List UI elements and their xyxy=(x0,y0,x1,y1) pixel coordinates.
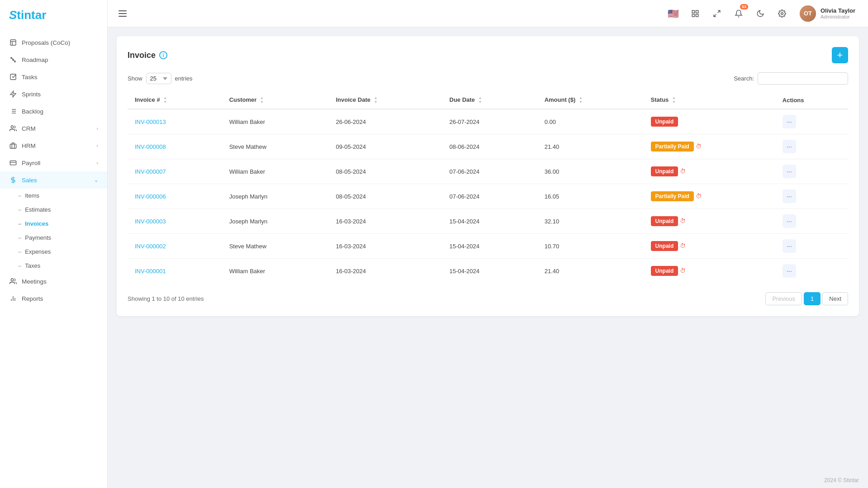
cell-amount: 21.40 xyxy=(537,134,644,159)
add-invoice-button[interactable]: + xyxy=(832,47,848,63)
cell-status: Unpaid ⏱ xyxy=(644,259,775,284)
sidebar-item-backlog[interactable]: Backlog xyxy=(0,103,107,120)
notifications-button[interactable]: 53 xyxy=(731,6,746,21)
entries-per-page-select[interactable]: 10 25 50 100 xyxy=(146,73,171,84)
row-actions-button[interactable]: ··· xyxy=(783,190,796,203)
payroll-icon xyxy=(9,159,17,167)
table-header-row: Invoice # ▲▼ Customer ▲▼ Invoice Date ▲▼ xyxy=(128,92,848,109)
sidebar-item-reports[interactable]: Reports xyxy=(0,290,107,307)
cell-status: Unpaid ⏱ xyxy=(644,234,775,259)
svg-line-6 xyxy=(11,58,13,59)
cell-actions: ··· xyxy=(775,159,848,184)
cell-actions: ··· xyxy=(775,109,848,134)
cell-actions: ··· xyxy=(775,209,848,234)
pagination-controls: Previous 1 Next xyxy=(765,292,848,305)
sidebar-item-invoices[interactable]: Invoices xyxy=(0,217,107,231)
sidebar-item-sprints[interactable]: Sprints xyxy=(0,85,107,103)
sidebar-item-payments[interactable]: Payments xyxy=(0,231,107,245)
sidebar-label-sales: Sales xyxy=(22,177,37,184)
pagination-info: Showing 1 to 10 of 10 entries xyxy=(128,295,204,302)
cell-amount: 0.00 xyxy=(537,109,644,134)
invoice-link[interactable]: INV-000007 xyxy=(135,168,166,175)
sidebar-item-meetings[interactable]: Meetings xyxy=(0,273,107,290)
invoice-link[interactable]: INV-000006 xyxy=(135,193,166,200)
file-icon xyxy=(9,38,17,47)
card-header: Invoice i + xyxy=(128,47,848,63)
tasks-icon xyxy=(9,73,17,81)
svg-point-31 xyxy=(781,12,783,14)
invoice-table: Invoice # ▲▼ Customer ▲▼ Invoice Date ▲▼ xyxy=(128,92,848,283)
sidebar-item-items[interactable]: Items xyxy=(0,189,107,203)
row-actions-button[interactable]: ··· xyxy=(783,140,796,153)
chevron-right-icon-payroll: › xyxy=(96,160,98,166)
info-icon[interactable]: i xyxy=(159,51,167,59)
table-row: INV-000002 Steve Mathew 16-03-2024 15-04… xyxy=(128,234,848,259)
sort-icon-invoice-num[interactable]: ▲▼ xyxy=(163,96,167,104)
sales-icon xyxy=(9,176,17,184)
sidebar-item-proposals[interactable]: Proposals (CoCo) xyxy=(0,34,107,51)
sidebar-item-estimates[interactable]: Estimates xyxy=(0,203,107,217)
apps-icon xyxy=(691,9,699,18)
sidebar-item-sales[interactable]: Sales ⌄ xyxy=(0,171,107,189)
expenses-label: Expenses xyxy=(25,248,51,255)
language-selector[interactable]: 🇺🇸 xyxy=(666,6,681,21)
svg-rect-17 xyxy=(10,144,16,148)
theme-toggle-button[interactable] xyxy=(753,6,768,21)
row-actions-button[interactable]: ··· xyxy=(783,239,796,253)
svg-rect-8 xyxy=(10,74,16,80)
sidebar-item-taxes[interactable]: Taxes xyxy=(0,259,107,273)
user-profile-section[interactable]: OT Olivia Taylor Administrator xyxy=(796,4,859,24)
row-actions-button[interactable]: ··· xyxy=(783,264,796,278)
settings-button[interactable] xyxy=(774,6,790,21)
invoice-link[interactable]: INV-000002 xyxy=(135,243,166,250)
sidebar-item-roadmap[interactable]: Roadmap xyxy=(0,51,107,68)
cell-actions: ··· xyxy=(775,234,848,259)
menu-toggle-button[interactable] xyxy=(117,9,128,19)
sidebar-item-tasks[interactable]: Tasks xyxy=(0,68,107,85)
sidebar-item-payroll[interactable]: Payroll › xyxy=(0,154,107,171)
sort-icon-due-date[interactable]: ▲▼ xyxy=(478,96,482,104)
svg-point-16 xyxy=(11,126,13,128)
row-actions-button[interactable]: ··· xyxy=(783,115,796,128)
cell-invoice-num: INV-000003 xyxy=(128,209,222,234)
reports-icon xyxy=(9,294,17,303)
invoice-link[interactable]: INV-000001 xyxy=(135,268,166,275)
search-input[interactable] xyxy=(758,72,848,85)
notification-count-badge: 53 xyxy=(740,4,748,9)
status-badge: Unpaid xyxy=(651,241,678,251)
logo-text: Stintar xyxy=(9,8,46,22)
roadmap-icon xyxy=(9,56,17,64)
apps-button[interactable] xyxy=(688,6,703,21)
footer: 2024 © Stintar xyxy=(108,473,868,488)
invoice-link[interactable]: INV-000013 xyxy=(135,118,166,125)
clock-icon: ⏱ xyxy=(680,242,686,249)
sidebar-item-hrm[interactable]: HRM › xyxy=(0,137,107,154)
previous-page-button[interactable]: Previous xyxy=(765,292,802,305)
invoice-title: Invoice xyxy=(128,51,156,60)
sort-icon-customer[interactable]: ▲▼ xyxy=(260,96,264,104)
cell-invoice-num: INV-000006 xyxy=(128,184,222,209)
user-role: Administrator xyxy=(821,14,855,19)
status-badge: Unpaid xyxy=(651,166,678,176)
next-page-button[interactable]: Next xyxy=(822,292,848,305)
cell-amount: 32.10 xyxy=(537,209,644,234)
row-actions-button[interactable]: ··· xyxy=(783,214,796,228)
sidebar-item-expenses[interactable]: Expenses xyxy=(0,245,107,259)
cell-invoice-date: 16-03-2024 xyxy=(328,259,442,284)
svg-marker-9 xyxy=(10,91,16,97)
fullscreen-button[interactable] xyxy=(709,6,725,21)
cell-invoice-num: INV-000001 xyxy=(128,259,222,284)
clock-icon: ⏱ xyxy=(696,143,702,150)
page-1-button[interactable]: 1 xyxy=(804,292,821,305)
svg-line-30 xyxy=(714,14,716,16)
clock-icon: ⏱ xyxy=(680,267,686,274)
sort-icon-amount[interactable]: ▲▼ xyxy=(579,96,583,104)
sidebar-item-crm[interactable]: CRM › xyxy=(0,120,107,137)
sales-subnav: Items Estimates Invoices Payments Expens… xyxy=(0,189,107,273)
sort-icon-status[interactable]: ▲▼ xyxy=(672,96,676,104)
logo: Stintar xyxy=(0,0,107,30)
sort-icon-date[interactable]: ▲▼ xyxy=(374,96,378,104)
invoice-link[interactable]: INV-000008 xyxy=(135,143,166,150)
row-actions-button[interactable]: ··· xyxy=(783,165,796,178)
invoice-link[interactable]: INV-000003 xyxy=(135,218,166,225)
